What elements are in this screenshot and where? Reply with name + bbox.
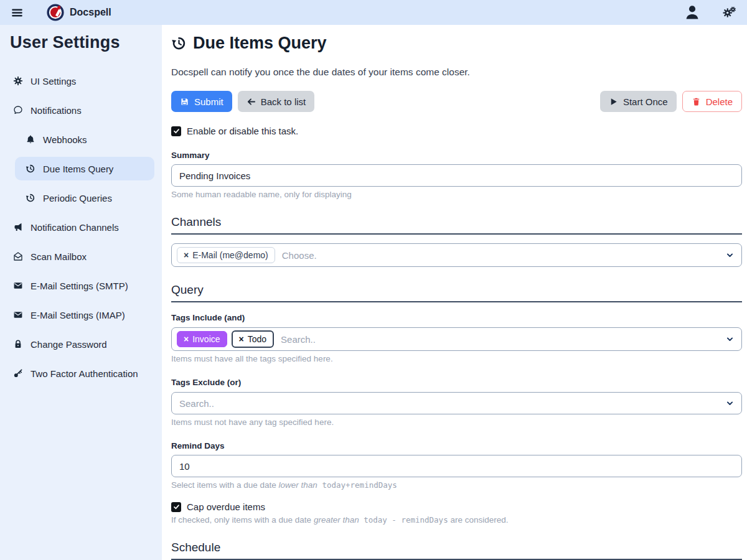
comment-icon bbox=[12, 105, 24, 116]
trash-icon bbox=[692, 97, 701, 106]
enable-task-checkbox-row[interactable]: Enable or disable this task. bbox=[171, 126, 742, 136]
sidebar-item-due-items-query[interactable]: Due Items Query bbox=[15, 157, 154, 180]
page-title-text: Due Items Query bbox=[193, 34, 327, 53]
tags-exclude-label: Tags Exclude (or) bbox=[171, 378, 742, 387]
sidebar-item-label: Periodic Queries bbox=[43, 193, 112, 203]
tags-exclude-select[interactable]: Search.. bbox=[171, 392, 742, 414]
tags-exclude-helper: Items must not have any tag specified he… bbox=[171, 418, 742, 427]
sidebar-title: User Settings bbox=[0, 25, 162, 58]
sidebar-item-label: Due Items Query bbox=[43, 164, 113, 174]
summary-label: Summary bbox=[171, 151, 742, 160]
enable-task-label: Enable or disable this task. bbox=[187, 126, 298, 136]
summary-helper: Some human readable name, only for displ… bbox=[171, 190, 742, 199]
check-icon bbox=[173, 128, 180, 134]
hamburger-menu-icon[interactable] bbox=[9, 4, 25, 21]
sidebar-item-webhooks[interactable]: Webhooks bbox=[0, 128, 154, 151]
envelope-open-icon bbox=[12, 251, 24, 262]
delete-button[interactable]: Delete bbox=[682, 91, 742, 112]
submit-button[interactable]: Submit bbox=[171, 91, 232, 112]
top-bar: Docspell bbox=[0, 0, 747, 25]
sidebar-item-label: Scan Mailbox bbox=[31, 251, 87, 262]
history-icon bbox=[25, 192, 36, 203]
tag-chip-label: Todo bbox=[248, 334, 266, 344]
channels-placeholder: Choose. bbox=[280, 250, 317, 261]
back-to-list-label: Back to list bbox=[261, 96, 306, 107]
remind-days-label: Remind Days bbox=[171, 441, 742, 450]
sidebar-item-label: E-Mail Settings (SMTP) bbox=[31, 281, 128, 291]
bell-icon bbox=[25, 134, 36, 145]
tags-include-label: Tags Include (and) bbox=[171, 313, 742, 322]
tags-include-placeholder: Search.. bbox=[278, 334, 316, 345]
user-settings-sidebar: User Settings UI Settings Notifications … bbox=[0, 25, 162, 560]
user-account-icon[interactable] bbox=[684, 4, 701, 21]
bullhorn-icon bbox=[12, 222, 24, 233]
history-icon bbox=[25, 163, 36, 174]
lock-icon bbox=[12, 338, 24, 350]
save-icon bbox=[180, 97, 189, 106]
app-logo[interactable]: Docspell bbox=[46, 3, 111, 22]
start-once-button[interactable]: Start Once bbox=[600, 91, 677, 112]
channel-chip[interactable]: × E-Mail (me@demo) bbox=[177, 247, 275, 263]
toolbar: Submit Back to list Start Once Delete bbox=[171, 91, 742, 112]
sidebar-item-notification-channels[interactable]: Notification Channels bbox=[0, 215, 154, 239]
sidebar-item-label: Notification Channels bbox=[31, 222, 119, 233]
sidebar-item-change-password[interactable]: Change Password bbox=[0, 332, 154, 356]
sidebar-item-email-settings-smtp[interactable]: E-Mail Settings (SMTP) bbox=[0, 274, 154, 297]
tag-chip-invoice[interactable]: × Invoice bbox=[177, 331, 227, 347]
cap-overdue-checkbox[interactable] bbox=[171, 502, 181, 512]
brand-name: Docspell bbox=[70, 7, 111, 18]
back-to-list-button[interactable]: Back to list bbox=[238, 91, 315, 112]
submit-label: Submit bbox=[194, 96, 223, 107]
sidebar-item-label: Notifications bbox=[31, 105, 82, 116]
summary-input[interactable]: Pending Invoices bbox=[171, 164, 742, 187]
page-title: Due Items Query bbox=[171, 34, 742, 53]
remind-days-input[interactable]: 10 bbox=[171, 455, 742, 477]
sidebar-item-label: UI Settings bbox=[31, 76, 76, 86]
remove-chip-icon[interactable]: × bbox=[184, 250, 189, 260]
arrow-left-icon bbox=[247, 97, 256, 106]
cap-overdue-checkbox-row[interactable]: Cap overdue items bbox=[171, 502, 742, 512]
gears-settings-icon[interactable] bbox=[721, 4, 738, 21]
query-section-title: Query bbox=[171, 283, 742, 302]
channels-section-title: Channels bbox=[171, 215, 742, 235]
chevron-down-icon[interactable] bbox=[726, 399, 734, 408]
sidebar-item-ui-settings[interactable]: UI Settings bbox=[0, 69, 154, 93]
tags-include-helper: Items must have all the tags specified h… bbox=[171, 354, 742, 363]
sidebar-item-periodic-queries[interactable]: Periodic Queries bbox=[0, 186, 154, 210]
cap-overdue-helper: If checked, only items with a due date g… bbox=[171, 515, 742, 525]
chevron-down-icon[interactable] bbox=[726, 251, 734, 259]
remind-days-helper: Select items with a due date lower than … bbox=[171, 480, 742, 490]
start-once-label: Start Once bbox=[623, 96, 668, 107]
sidebar-item-label: Change Password bbox=[31, 339, 107, 350]
page-description: Docspell can notify you once the due dat… bbox=[171, 67, 742, 78]
cap-overdue-label: Cap overdue items bbox=[187, 502, 265, 512]
sidebar-nav: UI Settings Notifications Webhooks Due I… bbox=[0, 58, 162, 385]
schedule-section-title: Schedule bbox=[171, 541, 742, 560]
sidebar-item-scan-mailbox[interactable]: Scan Mailbox bbox=[0, 245, 154, 268]
tag-chip-todo[interactable]: × Todo bbox=[232, 330, 275, 348]
envelope-icon bbox=[12, 280, 24, 291]
tag-chip-label: Invoice bbox=[192, 334, 220, 344]
key-icon bbox=[12, 368, 24, 379]
channel-chip-label: E-Mail (me@demo) bbox=[192, 250, 268, 260]
remove-chip-icon[interactable]: × bbox=[239, 334, 244, 344]
sidebar-item-notifications[interactable]: Notifications bbox=[0, 98, 154, 122]
chevron-down-icon[interactable] bbox=[726, 335, 734, 343]
sidebar-item-label: Two Factor Authentication bbox=[31, 368, 138, 379]
history-icon bbox=[171, 35, 187, 51]
check-icon bbox=[173, 503, 180, 510]
channels-select[interactable]: × E-Mail (me@demo) Choose. bbox=[171, 243, 742, 267]
sidebar-item-label: Webhooks bbox=[43, 134, 87, 145]
tags-exclude-placeholder: Search.. bbox=[177, 398, 214, 409]
tags-include-select[interactable]: × Invoice × Todo Search.. bbox=[171, 327, 742, 351]
gear-icon bbox=[12, 75, 24, 86]
sidebar-item-two-factor-auth[interactable]: Two Factor Authentication bbox=[0, 362, 154, 385]
envelope-icon bbox=[12, 309, 24, 320]
remove-chip-icon[interactable]: × bbox=[184, 334, 189, 344]
play-icon bbox=[609, 97, 618, 106]
sidebar-item-email-settings-imap[interactable]: E-Mail Settings (IMAP) bbox=[0, 303, 154, 327]
enable-task-checkbox[interactable] bbox=[171, 126, 181, 136]
main-content: Due Items Query Docspell can notify you … bbox=[162, 25, 747, 560]
delete-label: Delete bbox=[706, 96, 733, 107]
sidebar-item-label: E-Mail Settings (IMAP) bbox=[31, 310, 125, 320]
